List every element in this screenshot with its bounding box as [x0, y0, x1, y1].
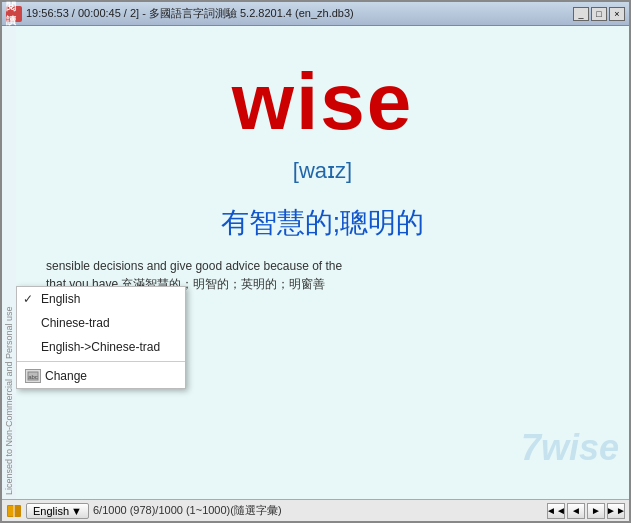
chinese-definition: 有智慧的;聰明的 [221, 204, 425, 242]
phonetic-display: [waɪz] [293, 158, 352, 184]
dropdown-item-change[interactable]: abc Change [17, 364, 185, 388]
close-button[interactable]: × [609, 7, 625, 21]
window-controls: _ □ × [573, 7, 625, 21]
watermark: 7wise [521, 427, 619, 469]
content-area: wise [waɪz] 有智慧的;聰明的 sensible decisions … [16, 26, 629, 499]
status-bar: English ▼ 6/1000 (978)/1000 (1~1000)(隨選字… [2, 499, 629, 521]
navigation-controls: ◄◄ ◄ ► ►► [547, 503, 625, 519]
dropdown-item-english[interactable]: English [17, 287, 185, 311]
nav-prev-button[interactable]: ◄ [567, 503, 585, 519]
side-watermark-label: Licensed to Non-Commercial and Personal … [2, 26, 16, 499]
dropdown-item-english-chinese[interactable]: English->Chinese-trad [17, 335, 185, 359]
nav-last-button[interactable]: ►► [607, 503, 625, 519]
status-info-text: 6/1000 (978)/1000 (1~1000)(隨選字彙) [93, 503, 543, 518]
nav-first-button[interactable]: ◄◄ [547, 503, 565, 519]
change-icon: abc [25, 369, 41, 383]
nav-next-button[interactable]: ► [587, 503, 605, 519]
minimize-button[interactable]: _ [573, 7, 589, 21]
title-bar: 閱讀 19:56:53 / 00:00:45 / 2] - 多國語言字詞測驗 5… [2, 2, 629, 26]
language-label: English [33, 505, 69, 517]
word-display: wise [232, 56, 413, 148]
english-definition-1: sensible decisions and give good advice … [36, 257, 609, 275]
dropdown-arrow-icon: ▼ [71, 505, 82, 517]
book-icon [6, 503, 22, 519]
main-content: Licensed to Non-Commercial and Personal … [2, 26, 629, 499]
main-window: 閱讀 19:56:53 / 00:00:45 / 2] - 多國語言字詞測驗 5… [0, 0, 631, 523]
dropdown-separator [17, 361, 185, 362]
window-title: 19:56:53 / 00:00:45 / 2] - 多國語言字詞測驗 5.2.… [26, 6, 573, 21]
svg-rect-4 [8, 506, 13, 516]
dropdown-item-chinese-trad[interactable]: Chinese-trad [17, 311, 185, 335]
language-select-button[interactable]: English ▼ [26, 503, 89, 519]
maximize-button[interactable]: □ [591, 7, 607, 21]
language-dropdown-menu: English Chinese-trad English->Chinese-tr… [16, 286, 186, 389]
app-icon: 閱讀 [6, 6, 22, 22]
svg-text:abc: abc [28, 374, 38, 380]
